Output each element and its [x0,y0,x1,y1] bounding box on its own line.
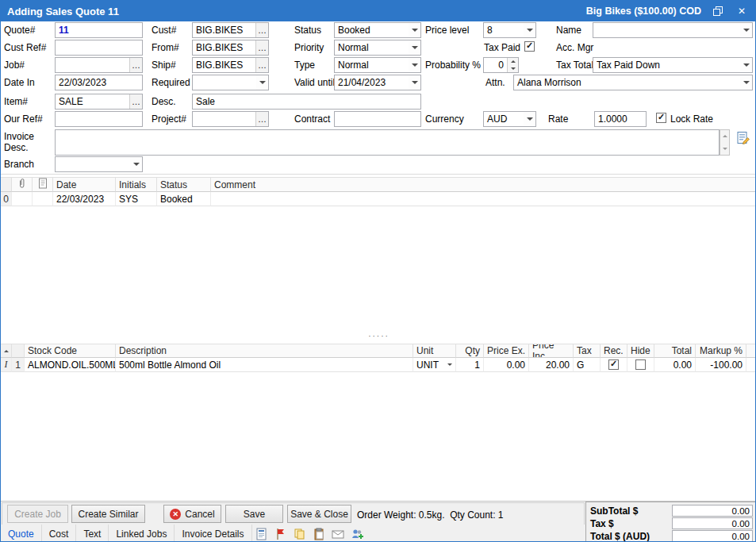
email-icon[interactable] [328,525,347,542]
required-combo[interactable] [192,75,269,90]
items-cell-stock-code[interactable]: ALMOND.OIL.500ML [25,358,116,372]
invoice-desc-field[interactable] [55,129,720,156]
from-lookup-button[interactable] [255,40,268,55]
attachment-column-header[interactable] [12,177,33,192]
history-cell-status[interactable]: Booked [157,192,211,206]
contract-field[interactable] [334,111,421,127]
quote-no-field[interactable]: 11 [55,22,143,38]
attn-combo[interactable]: Alana Morrison [513,75,753,90]
items-cell-markup[interactable]: -100.00 [696,358,746,372]
items-col-tax[interactable]: Tax [574,344,601,358]
history-col-initials[interactable]: Initials [116,177,157,192]
item-no-field[interactable]: SALE [55,94,143,110]
items-cell-tax[interactable]: G [574,358,601,372]
history-col-status[interactable]: Status [157,177,211,192]
items-col-price-ex[interactable]: Price Ex. [484,344,529,358]
items-col-rec[interactable]: Rec. [601,344,627,358]
flag-icon[interactable] [271,525,290,542]
rec-checkbox[interactable] [608,359,619,370]
items-col-price-inc[interactable]: Price Inc. [529,344,574,358]
tax-total-combo[interactable]: Tax Paid Down [593,57,753,73]
valid-until-combo[interactable]: 21/04/2023 [334,75,421,90]
save-close-button[interactable]: Save & Close [287,505,351,523]
tax-paid-checkbox[interactable] [524,41,535,52]
items-cell-unit[interactable]: UNIT [413,358,456,372]
cancel-button[interactable]: ✕ Cancel [163,505,221,523]
items-row-number[interactable]: 1 [12,358,25,372]
history-col-comment[interactable]: Comment [211,177,756,192]
cust-no-field[interactable]: BIG.BIKES [192,22,269,38]
priority-combo[interactable]: Normal [334,40,421,56]
items-col-stock-code[interactable]: Stock Code [25,344,116,358]
ship-lookup-button[interactable] [255,58,268,72]
currency-combo[interactable]: AUD [483,111,536,127]
items-col-total[interactable]: Total [654,344,696,358]
history-cell-initials[interactable]: SYS [116,192,157,206]
paste-icon[interactable] [309,525,328,542]
history-cell-attachment[interactable] [12,192,33,206]
items-col-hide[interactable]: Hide [627,344,654,358]
tab-cost[interactable]: Cost [42,525,77,542]
items-cell-price-ex[interactable]: 0.00 [484,358,529,372]
cust-no-label: Cust# [152,25,176,36]
history-col-date[interactable]: Date [53,177,116,192]
copy-icon[interactable] [290,525,309,542]
type-combo[interactable]: Normal [334,57,421,73]
valid-until-label: Valid until [294,77,335,88]
item-lookup-button[interactable] [129,94,142,109]
invoice-desc-spinner[interactable] [720,129,730,156]
rate-field[interactable]: 1.0000 [594,111,647,127]
desc-field[interactable]: Sale [192,94,421,110]
history-cell-date[interactable]: 22/03/2023 [53,192,116,206]
items-col-qty[interactable]: Qty [456,344,484,358]
our-ref-field[interactable] [55,111,143,127]
cust-lookup-button[interactable] [255,23,268,37]
spinner-buttons[interactable] [507,58,518,72]
items-row-edit-indicator[interactable]: I [1,358,12,372]
splitter-handle[interactable]: ····· [1,329,756,344]
lock-rate-label: Lock Rate [670,113,713,125]
close-icon[interactable]: ✕ [735,4,749,18]
job-lookup-button[interactable] [129,58,142,72]
items-col-markup[interactable]: Markup % [696,344,746,358]
cust-ref-field[interactable] [55,40,143,56]
ship-no-field[interactable]: BIG.BIKES [192,57,269,73]
tab-linked-jobs[interactable]: Linked Jobs [109,525,175,542]
date-in-field[interactable]: 22/03/2023 [55,75,143,90]
items-cell-description[interactable]: 500ml Bottle Almond Oil [116,358,413,372]
project-no-field[interactable] [192,111,269,127]
items-col-unit[interactable]: Unit [413,344,456,358]
history-row-indicator[interactable]: 0 [1,192,12,206]
job-no-field[interactable] [55,57,143,73]
history-cell-comment[interactable] [211,192,756,206]
from-no-field[interactable]: BIG.BIKES [192,40,269,56]
tab-quote[interactable]: Quote [1,525,42,542]
create-job-button[interactable]: Create Job [7,505,68,523]
probability-spinner[interactable]: 0 [483,57,519,73]
report-icon[interactable] [252,525,271,542]
items-cell-qty[interactable]: 1 [456,358,484,372]
price-level-combo[interactable]: 8 [483,22,536,38]
chevron-down-icon [409,40,420,55]
history-cell-note[interactable] [33,192,53,206]
tab-invoice-details[interactable]: Invoice Details [175,525,251,542]
items-cell-price-inc[interactable]: 20.00 [529,358,574,372]
items-cell-rec[interactable] [601,358,627,372]
edit-note-icon[interactable] [736,131,750,148]
status-combo[interactable]: Booked [334,22,421,38]
items-cell-hide[interactable] [627,358,654,372]
items-cell-total[interactable]: 0.00 [654,358,696,372]
tab-text[interactable]: Text [76,525,109,542]
save-button[interactable]: Save [225,505,283,523]
branch-combo[interactable] [55,156,143,172]
project-lookup-button[interactable] [255,112,268,126]
name-combo[interactable] [593,22,753,38]
add-contact-icon[interactable] [347,525,366,542]
note-column-header[interactable] [33,177,53,192]
restore-icon[interactable] [711,4,725,18]
create-similar-button[interactable]: Create Similar [71,505,145,523]
chevron-down-icon [524,112,535,126]
hide-checkbox[interactable] [635,359,646,370]
lock-rate-checkbox[interactable] [656,113,666,123]
items-col-description[interactable]: Description [116,344,413,358]
